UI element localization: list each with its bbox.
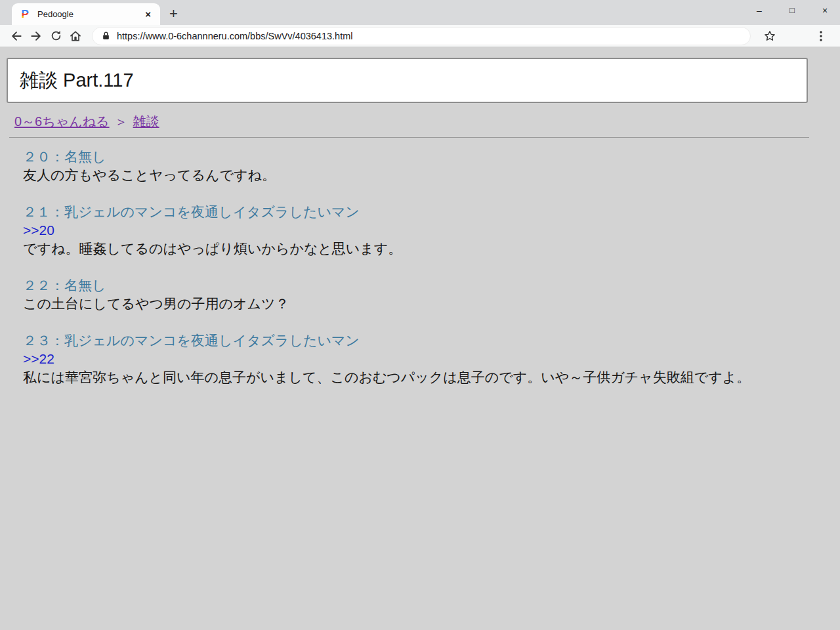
post-header: ２０：名無し [23,148,807,166]
home-button[interactable] [66,26,85,46]
window-minimize-button[interactable]: – [751,2,768,19]
url-text[interactable]: https://www.0-6channneru.com/bbs/SwVv/40… [117,31,352,41]
tab-strip: P Pedoogle × + – □ × [0,0,840,25]
post-23: ２３：乳ジェルのマンコを夜通しイタズラしたいマン >>22 私には華宮弥ちゃんと… [23,331,807,387]
post-22: ２２：名無し この土台にしてるやつ男の子用のオムツ？ [23,276,807,313]
breadcrumb-separator: ＞ [115,114,128,129]
window-controls: – □ × [751,2,833,19]
post-21: ２１：乳ジェルのマンコを夜通しイタズラしたいマン >>20 ですね。睡姦してるの… [23,203,807,258]
browser-toolbar: https://www.0-6channneru.com/bbs/SwVv/40… [0,25,840,47]
post-body: 私には華宮弥ちゃんと同い年の息子がいまして、このおむつパックは息子のです。いや～… [23,368,807,387]
post-reply-anchor-link[interactable]: >>20 [23,221,54,240]
post-body: この土台にしてるやつ男の子用のオムツ？ [23,295,807,313]
back-button[interactable] [7,26,26,46]
post-body: 友人の方もやることヤってるんですね。 [23,166,807,184]
forward-arrow-icon [30,30,43,43]
post-author-name: 乳ジェルのマンコを夜通しイタズラしたいマン [64,333,360,348]
breadcrumb-link-board-top[interactable]: 0～6ちゃんねる [14,114,110,129]
post-list: ２０：名無し 友人の方もやることヤってるんですね。 ２１：乳ジェルのマンコを夜通… [23,148,807,387]
thread-title-box: 雑談 Part.117 [7,58,808,103]
forward-button[interactable] [26,26,46,46]
bookmark-star-icon [763,30,776,43]
post-author-name: 名無し [64,149,106,164]
address-bar[interactable]: https://www.0-6channneru.com/bbs/SwVv/40… [92,27,751,45]
divider-line [9,137,809,138]
post-number: ２２ [23,278,51,293]
pedoogle-favicon-icon: P [20,9,31,20]
post-number: ２１ [23,204,51,219]
three-dot-menu-icon [816,30,826,42]
post-header-separator: ： [51,149,64,164]
reload-icon [50,30,62,42]
home-icon [69,30,82,43]
post-header: ２３：乳ジェルのマンコを夜通しイタズラしたいマン [23,331,807,350]
window-maximize-button[interactable]: □ [784,2,801,19]
thread-title: 雑談 Part.117 [20,69,795,91]
post-author-name: 乳ジェルのマンコを夜通しイタズラしたいマン [64,204,360,219]
post-header: ２２：名無し [23,276,807,295]
back-arrow-icon [10,30,23,43]
bookmark-button[interactable] [760,26,780,46]
post-reply-anchor-link[interactable]: >>22 [23,350,54,368]
window-close-button[interactable]: × [816,2,833,19]
post-header-separator: ： [51,278,64,293]
breadcrumb: 0～6ちゃんねる＞雑談 [14,113,840,130]
reload-button[interactable] [46,26,66,46]
post-body: ですね。睡姦してるのはやっぱり煩いからかなと思います。 [23,240,807,258]
post-20: ２０：名無し 友人の方もやることヤってるんですね。 [23,148,807,184]
post-header-separator: ： [51,204,64,219]
browser-menu-button[interactable] [811,26,831,46]
browser-tab[interactable]: P Pedoogle × [12,3,160,25]
tab-close-icon[interactable]: × [142,9,154,19]
post-number: ２０ [23,149,51,164]
svg-text:P: P [22,9,29,20]
secure-lock-icon [102,31,110,41]
post-author-name: 名無し [64,278,106,293]
breadcrumb-link-category[interactable]: 雑談 [133,114,159,129]
post-header-separator: ： [51,333,64,348]
post-header: ２１：乳ジェルのマンコを夜通しイタズラしたいマン [23,203,807,221]
post-number: ２３ [23,333,51,348]
page-content: 雑談 Part.117 0～6ちゃんねる＞雑談 ２０：名無し 友人の方もやること… [0,47,840,630]
tab-title: Pedoogle [37,9,142,19]
new-tab-button[interactable]: + [169,7,178,21]
